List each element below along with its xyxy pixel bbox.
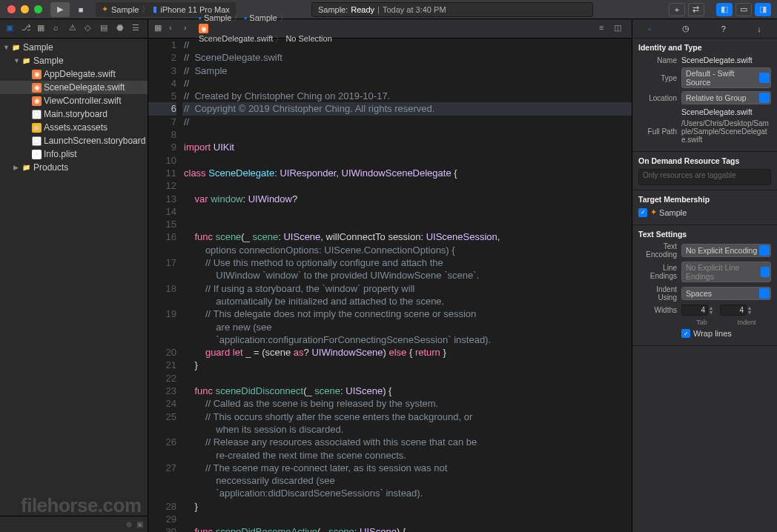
issue-icon[interactable]: ⚠ bbox=[69, 23, 79, 35]
checkbox-icon[interactable]: ✓ bbox=[638, 208, 647, 217]
stop-button[interactable]: ■ bbox=[71, 2, 90, 17]
target-membership-row[interactable]: ✓✦ Sample bbox=[638, 207, 771, 217]
titlebar: ▶ ■ ✦ Sample 〉 ▮ iPhone 11 Pro Max Sampl… bbox=[0, 0, 777, 19]
navigator-tabs: ▣ ⎇ ▦ ⌕ ⚠ ◇ ▤ ⬣ ☰ bbox=[0, 19, 148, 39]
run-button[interactable]: ▶ bbox=[50, 2, 70, 17]
close-window-button[interactable] bbox=[7, 5, 16, 13]
tree-item-assets-xcassets[interactable]: ▣Assets.xcassets bbox=[0, 121, 148, 134]
toggle-inspector-button[interactable]: ◨ bbox=[755, 3, 771, 16]
tree-item-launchscreen-storyboard[interactable]: ▢LaunchScreen.storyboard bbox=[0, 134, 148, 147]
tree-item-scenedelegate-swift[interactable]: ◉SceneDelegate.swift bbox=[0, 81, 148, 94]
tree-item-info-plist[interactable]: ▫Info.plist bbox=[0, 147, 148, 161]
watermark: filehorse.com bbox=[21, 494, 142, 517]
wrap-checkbox[interactable]: ✓ bbox=[681, 329, 690, 338]
identity-section-title: Identity and Type bbox=[638, 43, 771, 52]
attributes-inspector-icon[interactable]: ↓ bbox=[757, 24, 761, 33]
report-icon[interactable]: ☰ bbox=[132, 23, 142, 35]
indent-dropdown[interactable]: Spaces bbox=[681, 287, 771, 300]
project-navigator-icon[interactable]: ▣ bbox=[6, 23, 16, 35]
editor-area: ▦ ‹ › ▪ Sample 〉 ▪ Sample 〉 ◉ SceneDeleg… bbox=[148, 19, 632, 532]
add-editor-icon[interactable]: ◫ bbox=[614, 23, 626, 35]
tab-width-stepper[interactable]: 4▴▾ bbox=[681, 305, 712, 316]
add-button[interactable]: + bbox=[669, 3, 685, 16]
editor-options-icon[interactable]: ≡ bbox=[599, 23, 611, 35]
type-dropdown[interactable]: Default - Swift Source bbox=[681, 67, 771, 88]
source-editor[interactable]: //// SceneDelegate.swift// Sample//// Cr… bbox=[182, 39, 632, 532]
zoom-window-button[interactable] bbox=[34, 5, 42, 13]
odr-tags-field[interactable]: Only resources are taggable bbox=[638, 169, 771, 185]
back-icon[interactable]: ‹ bbox=[169, 23, 181, 35]
tree-item-sample[interactable]: ▼📁Sample bbox=[0, 54, 148, 67]
file-tree[interactable]: ▼📁Sample▼📁Sample◉AppDelegate.swift◉Scene… bbox=[0, 39, 148, 516]
tree-item-appdelegate-swift[interactable]: ◉AppDelegate.swift bbox=[0, 67, 148, 81]
breakpoint-icon[interactable]: ⬣ bbox=[116, 23, 126, 35]
jump-bar[interactable]: ▦ ‹ › ▪ Sample 〉 ▪ Sample 〉 ◉ SceneDeleg… bbox=[148, 19, 632, 39]
navigator-filter[interactable]: ⊕▣ bbox=[0, 516, 148, 532]
navigator-panel: ▣ ⎇ ▦ ⌕ ⚠ ◇ ▤ ⬣ ☰ ▼📁Sample▼📁Sample◉AppDe… bbox=[0, 19, 148, 532]
file-inspector-icon[interactable]: ▫ bbox=[648, 24, 651, 33]
forward-icon[interactable]: › bbox=[184, 23, 196, 35]
toggle-navigator-button[interactable]: ◧ bbox=[716, 3, 733, 16]
history-inspector-icon[interactable]: ◷ bbox=[682, 24, 690, 33]
find-icon[interactable]: ⌕ bbox=[53, 23, 63, 35]
toggle-debug-button[interactable]: ▭ bbox=[735, 3, 752, 16]
debug-icon[interactable]: ▤ bbox=[100, 23, 110, 35]
activity-status: Sample: Ready | Today at 3:40 PM bbox=[311, 2, 593, 17]
full-path-value: /Users/Chris/Desktop/Sample/Sample/Scene… bbox=[681, 119, 771, 144]
encoding-dropdown[interactable]: No Explicit Encoding bbox=[681, 244, 771, 257]
indent-width-stepper[interactable]: 4▴▾ bbox=[720, 305, 751, 316]
toolbar-right: + ⇄ ◧ ▭ ◨ bbox=[669, 3, 771, 16]
inspector-panel: ▫ ◷ ? ↓ Identity and Type NameSceneDeleg… bbox=[632, 19, 777, 532]
source-control-icon[interactable]: ⎇ bbox=[22, 23, 31, 35]
location-dropdown[interactable]: Relative to Group bbox=[681, 91, 771, 104]
related-items-icon[interactable]: ▦ bbox=[154, 23, 166, 35]
test-icon[interactable]: ◇ bbox=[85, 23, 94, 35]
code-review-button[interactable]: ⇄ bbox=[688, 3, 704, 16]
file-name-value[interactable]: SceneDelegate.swift bbox=[681, 56, 771, 64]
inspector-tabs: ▫ ◷ ? ↓ bbox=[632, 19, 777, 39]
tree-item-sample[interactable]: ▼📁Sample bbox=[0, 41, 148, 54]
scheme-name: Sample bbox=[111, 5, 139, 14]
window-controls bbox=[0, 5, 50, 13]
minimize-window-button[interactable] bbox=[21, 5, 29, 13]
tree-item-products[interactable]: ▶📁Products bbox=[0, 161, 148, 174]
line-endings-dropdown[interactable]: No Explicit Line Endings bbox=[681, 262, 771, 282]
symbol-icon[interactable]: ▦ bbox=[37, 23, 47, 35]
tree-item-viewcontroller-swift[interactable]: ◉ViewController.swift bbox=[0, 94, 148, 107]
line-gutter[interactable]: 1234567891011121314151617181920212223242… bbox=[148, 39, 182, 532]
tree-item-main-storyboard[interactable]: ▢Main.storyboard bbox=[0, 107, 148, 121]
help-inspector-icon[interactable]: ? bbox=[721, 24, 726, 33]
